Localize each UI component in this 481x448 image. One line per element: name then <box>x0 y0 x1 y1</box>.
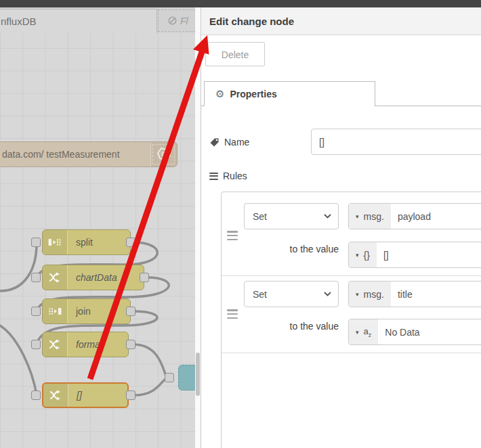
rule1-action-select[interactable]: Set <box>244 203 339 229</box>
rules-list: Set ▾ msg. payload to the value ▾ {} [] <box>221 192 481 448</box>
node-red-window: nfluxDB Fl <box>0 0 481 448</box>
rule-drag-handle[interactable] <box>227 309 238 319</box>
name-field-label: Name <box>209 135 249 149</box>
edit-tray: Edit change node Delete ⚙ Properties Nam… <box>201 7 481 448</box>
node-empty-array[interactable]: [] <box>42 382 129 408</box>
tab-influxdb-label: nfluxDB <box>1 16 37 27</box>
caret-down-icon: ▾ <box>356 213 359 220</box>
port-format-in[interactable] <box>31 340 41 349</box>
rule1-property-input[interactable]: ▾ msg. payload <box>348 203 481 229</box>
node-chartdata-label: chartData <box>68 272 144 283</box>
node-influxdb-out[interactable]: data.com/ testMeasurement <box>0 141 177 167</box>
string-type-icon: az <box>364 326 372 338</box>
name-input[interactable]: [] <box>311 129 481 155</box>
chevron-down-icon <box>324 214 331 219</box>
port-join-in[interactable] <box>31 307 41 316</box>
json-type-icon: {} <box>364 250 370 261</box>
rule1-property-type-button[interactable]: ▾ msg. <box>349 204 391 229</box>
rule1-to-value-label: to the value <box>222 244 339 254</box>
port-chartdata-in[interactable] <box>31 273 41 282</box>
caret-down-icon: ▾ <box>356 291 359 298</box>
node-split[interactable]: split <box>42 229 131 255</box>
port-empty-array-in[interactable] <box>31 390 41 400</box>
rule2-value-type-button[interactable]: ▾ az <box>349 319 378 344</box>
tab-properties[interactable]: ⚙ Properties <box>204 81 375 106</box>
change-icon <box>43 265 68 290</box>
split-icon <box>43 230 68 254</box>
gear-icon: ⚙ <box>215 88 224 100</box>
tag-icon <box>209 137 219 148</box>
delete-button[interactable]: Delete <box>205 42 265 66</box>
rule-drag-handle[interactable] <box>227 231 238 240</box>
node-chartdata[interactable]: chartData <box>42 265 144 290</box>
node-split-label: split <box>68 237 130 248</box>
chevron-down-icon <box>324 292 331 296</box>
flow-canvas[interactable]: data.com/ testMeasurement <box>0 33 195 448</box>
tab-properties-label: Properties <box>230 89 276 99</box>
join-icon <box>43 299 68 323</box>
caret-down-icon: ▾ <box>356 252 359 259</box>
ban-icon <box>168 16 177 25</box>
rule1-value-input[interactable]: ▾ {} [] <box>348 242 481 268</box>
editor-vertical-scrollbar[interactable] <box>195 7 201 448</box>
node-chart-ui[interactable] <box>178 365 195 390</box>
rule2-property-type-button[interactable]: ▾ msg. <box>349 282 391 307</box>
influxdb-icon <box>150 142 177 166</box>
rule2-property-input[interactable]: ▾ msg. title <box>348 281 481 307</box>
port-chart-ui-in[interactable] <box>165 373 174 382</box>
port-empty-array-out[interactable] <box>126 390 135 400</box>
port-join-out[interactable] <box>126 307 135 316</box>
rule-separator <box>222 275 481 276</box>
tab-disabled-flow[interactable]: Fl <box>158 9 195 32</box>
rule-separator <box>222 353 481 353</box>
list-icon <box>209 173 218 180</box>
tab-disabled-label: Fl <box>180 16 188 26</box>
node-format-label: format <box>68 339 128 350</box>
rule2-action-select[interactable]: Set <box>244 281 339 307</box>
rule1-value-type-button[interactable]: ▾ {} <box>349 242 377 267</box>
node-join-label: join <box>68 306 130 317</box>
scrollbar-thumb[interactable] <box>196 353 200 396</box>
port-format-out[interactable] <box>126 340 135 349</box>
node-format[interactable]: format <box>42 332 129 357</box>
rules-section-label: Rules <box>209 169 247 183</box>
tab-influxdb[interactable]: nfluxDB <box>0 9 157 33</box>
rule2-value-input[interactable]: ▾ az No Data <box>348 319 481 345</box>
node-influxdb-label: data.com/ testMeasurement <box>0 149 150 160</box>
change-icon <box>43 384 68 407</box>
port-split-in[interactable] <box>31 238 41 247</box>
workspace-tabbar: nfluxDB Fl <box>0 7 195 34</box>
node-empty-array-label: [] <box>68 390 127 401</box>
node-join[interactable]: join <box>42 298 131 324</box>
port-split-out[interactable] <box>126 238 135 247</box>
port-chartdata-out[interactable] <box>140 273 149 282</box>
rule2-to-value-label: to the value <box>222 321 339 332</box>
caret-down-icon: ▾ <box>356 329 359 336</box>
tray-title: Edit change node <box>201 7 481 35</box>
change-icon <box>43 332 68 357</box>
flow-editor: nfluxDB Fl <box>0 7 195 448</box>
